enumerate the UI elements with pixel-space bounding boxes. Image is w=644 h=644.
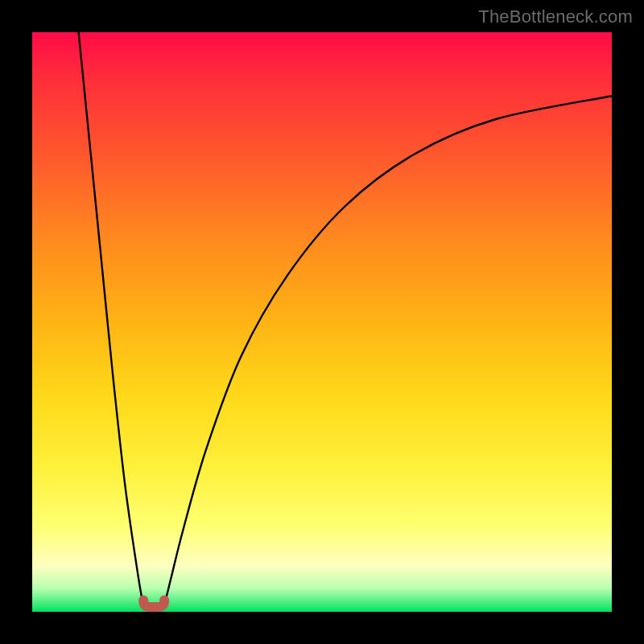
bottleneck-curve [79, 32, 612, 609]
watermark-text: TheBottleneck.com [478, 6, 633, 27]
chart-frame: TheBottleneck.com [0, 0, 644, 644]
curve-left-branch [79, 32, 146, 609]
curve-layer [32, 32, 612, 612]
trough-marker-path [143, 601, 164, 607]
trough-marker [143, 601, 164, 607]
plot-area [32, 32, 612, 612]
curve-right-branch [163, 96, 612, 609]
